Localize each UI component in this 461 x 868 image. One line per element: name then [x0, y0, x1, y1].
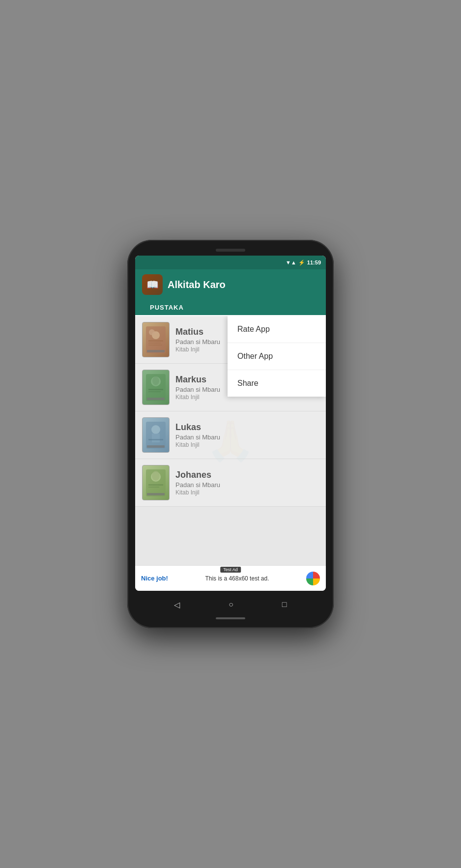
book-name: Johanes — [175, 470, 319, 480]
book-cover-matius — [142, 322, 170, 357]
content-area[interactable]: 🙏 — [135, 316, 326, 565]
ad-label: Test Ad — [220, 567, 241, 573]
time: 11:59 — [307, 260, 321, 265]
app-header: 📖 Alkitab Karo — [135, 269, 326, 300]
ad-nice: Nice job! — [141, 575, 168, 582]
phone-nav-bar: ◁ ○ □ — [135, 595, 326, 614]
svg-rect-16 — [148, 439, 163, 440]
svg-point-9 — [152, 376, 159, 385]
book-category: Kitab Injil — [175, 441, 319, 448]
svg-rect-21 — [148, 484, 163, 486]
book-info-johanes: Johanes Padan si Mbaru Kitab Injil — [175, 470, 319, 496]
svg-rect-11 — [148, 391, 161, 392]
phone-home-bar — [135, 617, 326, 619]
dropdown-menu: Rate App Other App Share — [228, 316, 326, 397]
logo-emoji: 📖 — [146, 279, 159, 290]
phone-notch — [135, 249, 326, 252]
svg-point-14 — [151, 425, 160, 434]
dropdown-item-other-app[interactable]: Other App — [228, 343, 326, 370]
book-cover-markus — [142, 370, 170, 405]
app-logo: 📖 — [142, 274, 163, 295]
nav-back-button[interactable]: ◁ — [174, 600, 180, 609]
ad-logo-icon — [306, 572, 320, 585]
svg-rect-10 — [148, 389, 163, 390]
nav-recent-button[interactable]: □ — [282, 600, 287, 609]
svg-rect-12 — [147, 398, 165, 400]
book-info-lukas: Lukas Padan si Mbaru Kitab Injil — [175, 422, 319, 448]
status-bar: ▼▲ ⚡ 11:59 — [135, 256, 326, 269]
svg-point-2 — [149, 329, 155, 335]
svg-rect-5 — [148, 345, 162, 346]
book-subtitle: Padan si Mbaru — [175, 481, 319, 489]
nav-home-button[interactable]: ○ — [229, 600, 233, 609]
svg-rect-4 — [148, 343, 161, 344]
book-cover-johanes — [142, 465, 170, 500]
dropdown-item-share[interactable]: Share — [228, 370, 326, 397]
ad-text: This is a 468x60 test ad. — [172, 575, 302, 582]
phone-speaker — [216, 249, 245, 252]
book-name: Lukas — [175, 422, 319, 433]
list-item[interactable]: Lukas Padan si Mbaru Kitab Injil — [135, 411, 326, 459]
book-cover-lukas — [142, 417, 170, 453]
home-bar-indicator — [216, 617, 245, 619]
phone-screen: ▼▲ ⚡ 11:59 📖 Alkitab Karo PUSTAKA 🙏 — [135, 256, 326, 591]
battery-icon: ⚡ — [298, 260, 305, 266]
svg-rect-6 — [147, 350, 165, 352]
app-title: Alkitab Karo — [168, 279, 226, 290]
dropdown-item-rate-app[interactable]: Rate App — [228, 316, 326, 343]
book-subtitle: Padan si Mbaru — [175, 434, 319, 441]
svg-rect-23 — [147, 493, 165, 495]
list-item[interactable]: Johanes Padan si Mbaru Kitab Injil — [135, 459, 326, 507]
svg-rect-3 — [148, 340, 163, 342]
wifi-icon: ▼▲ — [286, 260, 296, 265]
tab-pustaka[interactable]: PUSTAKA — [142, 300, 192, 316]
svg-rect-15 — [152, 434, 160, 442]
svg-rect-0 — [146, 326, 166, 353]
svg-rect-22 — [148, 487, 159, 488]
book-category: Kitab Injil — [175, 489, 319, 496]
svg-rect-17 — [147, 445, 165, 448]
status-icons: ▼▲ ⚡ 11:59 — [286, 260, 321, 266]
svg-point-20 — [152, 471, 160, 481]
phone-device: ▼▲ ⚡ 11:59 📖 Alkitab Karo PUSTAKA 🙏 — [127, 240, 334, 628]
ad-banner: Test Ad Nice job! This is a 468x60 test … — [135, 565, 326, 591]
tab-bar: PUSTAKA — [135, 300, 326, 316]
